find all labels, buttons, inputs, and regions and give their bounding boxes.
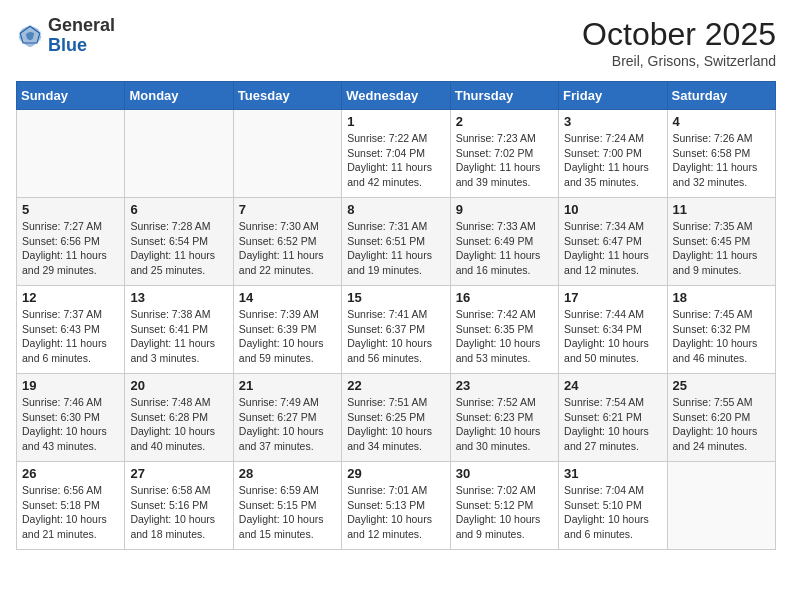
calendar-day-cell: 20Sunrise: 7:48 AM Sunset: 6:28 PM Dayli…: [125, 374, 233, 462]
title-block: October 2025 Breil, Grisons, Switzerland: [582, 16, 776, 69]
calendar-week-row: 1Sunrise: 7:22 AM Sunset: 7:04 PM Daylig…: [17, 110, 776, 198]
calendar-day-cell: 10Sunrise: 7:34 AM Sunset: 6:47 PM Dayli…: [559, 198, 667, 286]
day-number: 25: [673, 378, 770, 393]
calendar-day-cell: 16Sunrise: 7:42 AM Sunset: 6:35 PM Dayli…: [450, 286, 558, 374]
day-info: Sunrise: 7:27 AM Sunset: 6:56 PM Dayligh…: [22, 219, 119, 278]
calendar-day-cell: [125, 110, 233, 198]
day-of-week-header: Sunday: [17, 82, 125, 110]
day-number: 29: [347, 466, 444, 481]
day-info: Sunrise: 6:59 AM Sunset: 5:15 PM Dayligh…: [239, 483, 336, 542]
day-info: Sunrise: 7:39 AM Sunset: 6:39 PM Dayligh…: [239, 307, 336, 366]
calendar-day-cell: 23Sunrise: 7:52 AM Sunset: 6:23 PM Dayli…: [450, 374, 558, 462]
calendar-week-row: 26Sunrise: 6:56 AM Sunset: 5:18 PM Dayli…: [17, 462, 776, 550]
day-number: 4: [673, 114, 770, 129]
day-info: Sunrise: 7:55 AM Sunset: 6:20 PM Dayligh…: [673, 395, 770, 454]
day-info: Sunrise: 7:04 AM Sunset: 5:10 PM Dayligh…: [564, 483, 661, 542]
calendar-week-row: 12Sunrise: 7:37 AM Sunset: 6:43 PM Dayli…: [17, 286, 776, 374]
day-number: 31: [564, 466, 661, 481]
calendar-day-cell: 1Sunrise: 7:22 AM Sunset: 7:04 PM Daylig…: [342, 110, 450, 198]
day-info: Sunrise: 7:34 AM Sunset: 6:47 PM Dayligh…: [564, 219, 661, 278]
calendar-day-cell: 3Sunrise: 7:24 AM Sunset: 7:00 PM Daylig…: [559, 110, 667, 198]
day-info: Sunrise: 7:48 AM Sunset: 6:28 PM Dayligh…: [130, 395, 227, 454]
day-number: 13: [130, 290, 227, 305]
day-info: Sunrise: 7:28 AM Sunset: 6:54 PM Dayligh…: [130, 219, 227, 278]
day-number: 21: [239, 378, 336, 393]
month-title: October 2025: [582, 16, 776, 53]
logo-blue-text: Blue: [48, 35, 87, 55]
calendar-day-cell: 18Sunrise: 7:45 AM Sunset: 6:32 PM Dayli…: [667, 286, 775, 374]
day-number: 12: [22, 290, 119, 305]
calendar-day-cell: 8Sunrise: 7:31 AM Sunset: 6:51 PM Daylig…: [342, 198, 450, 286]
day-info: Sunrise: 7:38 AM Sunset: 6:41 PM Dayligh…: [130, 307, 227, 366]
day-info: Sunrise: 7:02 AM Sunset: 5:12 PM Dayligh…: [456, 483, 553, 542]
day-number: 6: [130, 202, 227, 217]
day-number: 17: [564, 290, 661, 305]
calendar-day-cell: [233, 110, 341, 198]
page-header: General Blue October 2025 Breil, Grisons…: [16, 16, 776, 69]
day-info: Sunrise: 7:23 AM Sunset: 7:02 PM Dayligh…: [456, 131, 553, 190]
calendar-day-cell: 27Sunrise: 6:58 AM Sunset: 5:16 PM Dayli…: [125, 462, 233, 550]
calendar-day-cell: 31Sunrise: 7:04 AM Sunset: 5:10 PM Dayli…: [559, 462, 667, 550]
day-number: 7: [239, 202, 336, 217]
day-info: Sunrise: 7:42 AM Sunset: 6:35 PM Dayligh…: [456, 307, 553, 366]
calendar-day-cell: 26Sunrise: 6:56 AM Sunset: 5:18 PM Dayli…: [17, 462, 125, 550]
day-number: 11: [673, 202, 770, 217]
day-number: 19: [22, 378, 119, 393]
day-info: Sunrise: 7:22 AM Sunset: 7:04 PM Dayligh…: [347, 131, 444, 190]
calendar-header-row: SundayMondayTuesdayWednesdayThursdayFrid…: [17, 82, 776, 110]
day-info: Sunrise: 7:31 AM Sunset: 6:51 PM Dayligh…: [347, 219, 444, 278]
calendar-day-cell: 12Sunrise: 7:37 AM Sunset: 6:43 PM Dayli…: [17, 286, 125, 374]
day-info: Sunrise: 7:52 AM Sunset: 6:23 PM Dayligh…: [456, 395, 553, 454]
calendar-day-cell: 19Sunrise: 7:46 AM Sunset: 6:30 PM Dayli…: [17, 374, 125, 462]
day-number: 5: [22, 202, 119, 217]
day-number: 24: [564, 378, 661, 393]
calendar-day-cell: [667, 462, 775, 550]
calendar-day-cell: 29Sunrise: 7:01 AM Sunset: 5:13 PM Dayli…: [342, 462, 450, 550]
day-number: 10: [564, 202, 661, 217]
calendar-day-cell: 30Sunrise: 7:02 AM Sunset: 5:12 PM Dayli…: [450, 462, 558, 550]
day-number: 22: [347, 378, 444, 393]
day-of-week-header: Thursday: [450, 82, 558, 110]
day-of-week-header: Wednesday: [342, 82, 450, 110]
day-info: Sunrise: 7:01 AM Sunset: 5:13 PM Dayligh…: [347, 483, 444, 542]
day-info: Sunrise: 7:33 AM Sunset: 6:49 PM Dayligh…: [456, 219, 553, 278]
day-info: Sunrise: 7:49 AM Sunset: 6:27 PM Dayligh…: [239, 395, 336, 454]
day-info: Sunrise: 7:41 AM Sunset: 6:37 PM Dayligh…: [347, 307, 444, 366]
calendar-day-cell: 24Sunrise: 7:54 AM Sunset: 6:21 PM Dayli…: [559, 374, 667, 462]
calendar-day-cell: 25Sunrise: 7:55 AM Sunset: 6:20 PM Dayli…: [667, 374, 775, 462]
day-info: Sunrise: 7:30 AM Sunset: 6:52 PM Dayligh…: [239, 219, 336, 278]
calendar-day-cell: 9Sunrise: 7:33 AM Sunset: 6:49 PM Daylig…: [450, 198, 558, 286]
day-number: 8: [347, 202, 444, 217]
calendar-day-cell: 13Sunrise: 7:38 AM Sunset: 6:41 PM Dayli…: [125, 286, 233, 374]
logo: General Blue: [16, 16, 115, 56]
day-info: Sunrise: 7:54 AM Sunset: 6:21 PM Dayligh…: [564, 395, 661, 454]
logo-general-text: General: [48, 15, 115, 35]
day-number: 27: [130, 466, 227, 481]
calendar-week-row: 5Sunrise: 7:27 AM Sunset: 6:56 PM Daylig…: [17, 198, 776, 286]
calendar-day-cell: 11Sunrise: 7:35 AM Sunset: 6:45 PM Dayli…: [667, 198, 775, 286]
day-info: Sunrise: 7:35 AM Sunset: 6:45 PM Dayligh…: [673, 219, 770, 278]
day-info: Sunrise: 7:26 AM Sunset: 6:58 PM Dayligh…: [673, 131, 770, 190]
day-number: 26: [22, 466, 119, 481]
day-number: 16: [456, 290, 553, 305]
day-info: Sunrise: 6:58 AM Sunset: 5:16 PM Dayligh…: [130, 483, 227, 542]
calendar-day-cell: 15Sunrise: 7:41 AM Sunset: 6:37 PM Dayli…: [342, 286, 450, 374]
calendar-day-cell: 28Sunrise: 6:59 AM Sunset: 5:15 PM Dayli…: [233, 462, 341, 550]
day-number: 23: [456, 378, 553, 393]
calendar-table: SundayMondayTuesdayWednesdayThursdayFrid…: [16, 81, 776, 550]
calendar-day-cell: 7Sunrise: 7:30 AM Sunset: 6:52 PM Daylig…: [233, 198, 341, 286]
day-number: 18: [673, 290, 770, 305]
day-number: 30: [456, 466, 553, 481]
day-info: Sunrise: 7:24 AM Sunset: 7:00 PM Dayligh…: [564, 131, 661, 190]
day-of-week-header: Saturday: [667, 82, 775, 110]
calendar-day-cell: 21Sunrise: 7:49 AM Sunset: 6:27 PM Dayli…: [233, 374, 341, 462]
calendar-day-cell: 2Sunrise: 7:23 AM Sunset: 7:02 PM Daylig…: [450, 110, 558, 198]
day-info: Sunrise: 7:44 AM Sunset: 6:34 PM Dayligh…: [564, 307, 661, 366]
day-info: Sunrise: 7:46 AM Sunset: 6:30 PM Dayligh…: [22, 395, 119, 454]
day-info: Sunrise: 7:51 AM Sunset: 6:25 PM Dayligh…: [347, 395, 444, 454]
day-number: 2: [456, 114, 553, 129]
day-info: Sunrise: 6:56 AM Sunset: 5:18 PM Dayligh…: [22, 483, 119, 542]
day-of-week-header: Friday: [559, 82, 667, 110]
day-number: 14: [239, 290, 336, 305]
calendar-day-cell: 4Sunrise: 7:26 AM Sunset: 6:58 PM Daylig…: [667, 110, 775, 198]
